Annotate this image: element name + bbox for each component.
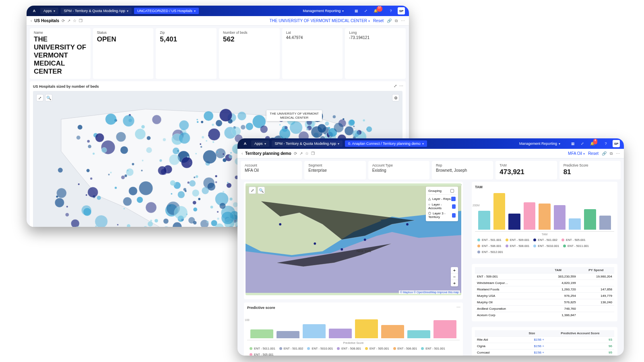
bar[interactable] [277,331,299,338]
link-icon[interactable]: 🔗 [387,19,392,23]
toggle[interactable] [452,204,456,209]
management-reporting-menu[interactable]: Management Reporting▾ [299,8,347,14]
zoom-out-button[interactable]: − [451,274,458,280]
table-row[interactable]: Riceland Foods1,260,720147,858 [475,286,614,293]
legend-row[interactable]: ○Layer - Accounts [427,202,456,211]
refresh-icon[interactable]: ⟳ [294,151,297,156]
legend-item[interactable]: ENT - 5011.001 [250,347,275,350]
bar[interactable] [493,193,506,230]
app-title-button[interactable]: SPM - Territory & Quota Modeling App▾ [272,140,343,147]
search-icon[interactable]: 🔍 [45,94,52,101]
star-icon[interactable]: ☆ [305,151,309,156]
bar[interactable] [524,202,536,230]
bar[interactable] [433,320,456,338]
legend-item[interactable]: ENT - 501.002 [533,238,557,242]
legend-item[interactable]: ENT - 508.001 [337,347,361,350]
bar[interactable] [508,214,520,230]
more-icon[interactable]: ⋯ [399,84,403,88]
fullscreen-icon[interactable]: ⤢ [36,94,43,101]
legend-row[interactable]: ⬠Layer 3 - Territory [427,211,456,220]
breadcrumb-button[interactable]: 0. Anaplan Connect / Territory planning … [345,140,427,147]
toggle[interactable] [452,213,456,218]
col-header[interactable] [475,267,539,274]
expand-icon[interactable]: ⤢ [394,84,397,88]
legend-item[interactable]: ENT - 5011.001 [563,244,589,248]
link-icon[interactable]: 🔗 [602,151,607,156]
management-reporting-menu[interactable]: Management Reporting▾ [516,140,564,147]
bar[interactable] [407,330,430,338]
table-row[interactable]: Cigna$15B +96 [475,343,614,350]
avatar[interactable]: SP [398,7,405,14]
locate-button[interactable]: ⌖ [451,280,458,286]
help-icon[interactable]: ? [603,141,609,146]
legend-item[interactable]: ENT - 506.001 [477,244,502,248]
more-icon[interactable]: ⋯ [616,151,620,156]
col-header[interactable] [475,330,518,337]
bar[interactable] [569,218,581,230]
avatar[interactable]: SP [613,140,620,147]
checkbox[interactable] [450,189,454,193]
selector-dropdown[interactable]: THE UNIVERSITY OF VERMONT MEDICAL CENTER… [269,19,369,23]
col-header[interactable]: TAM [539,267,578,274]
legend-item[interactable]: ENT - 501.001 [477,238,502,242]
bar[interactable] [539,204,551,230]
table-row[interactable]: ArcBest Corporation748,760 [475,306,614,312]
col-header[interactable]: Predictive Account Score [546,330,614,337]
legend-item[interactable]: ENT - 501.001 [421,347,445,350]
expand-icon[interactable]: ⤢ [580,141,585,146]
back-button[interactable]: ‹ [242,151,243,156]
legend-item[interactable]: ENT - 506.001 [393,347,417,350]
breadcrumb-button[interactable]: UNCATEGORIZED / US Hospitals▾ [134,8,199,14]
copy-icon[interactable]: ⧉ [610,151,613,156]
apps-menu[interactable]: Apps▾ [251,140,269,147]
table-row[interactable]: ENT - 509.001383,230,55919,980,204 [475,274,614,280]
reset-button[interactable]: Reset [588,151,599,156]
col-header[interactable]: PY Spend [578,267,614,274]
bar[interactable] [329,329,352,338]
more-icon[interactable]: ⋯ [456,305,460,309]
table-row[interactable]: Murphy USA976,254149,779 [475,293,614,299]
table-row[interactable]: Acxiom Corp1,386,847 [475,312,614,319]
reset-button[interactable]: Reset [373,19,384,23]
table-row[interactable]: Windstream Corpor…4,820,199 [475,280,614,286]
fullscreen-icon[interactable]: ⤢ [249,187,256,194]
bar[interactable] [303,324,326,338]
share-icon[interactable]: ↗ [299,151,303,156]
share-icon[interactable]: ↗ [67,19,70,23]
notifications-button[interactable]: 🔔4 [589,141,599,146]
legend-item[interactable]: ENT - 505.001 [365,347,389,350]
search-icon[interactable]: 🔍 [258,187,265,194]
logo-icon[interactable]: A [242,140,249,147]
legend-item[interactable]: ENT - 509.001 [506,238,530,242]
grid-icon[interactable]: ▦ [353,8,359,14]
grid-icon[interactable]: ▦ [570,141,576,146]
more-icon[interactable]: ⋯ [401,19,405,23]
legend-item[interactable]: ENT - 505.001 [250,353,274,356]
legend-item[interactable]: ENT - 501.002 [279,347,303,350]
table-row[interactable]: Rite Aid$15B +93 [475,337,614,343]
new-window-icon[interactable]: ❐ [79,19,83,23]
bar[interactable] [478,211,490,230]
col-header[interactable]: Size [518,330,546,337]
logo-icon[interactable]: A [31,7,38,14]
zoom-in-button[interactable]: + [451,267,458,274]
legend-item[interactable]: ENT - 5010.001 [307,347,333,350]
bar[interactable] [381,325,404,338]
back-button[interactable]: ‹ [31,19,32,23]
table-row[interactable]: Comcast$15B +95 [475,350,614,356]
bar[interactable] [584,209,596,230]
expand-icon[interactable]: ⤢ [363,8,369,14]
legend-item[interactable]: ENT - 5012.001 [477,250,503,254]
notifications-button[interactable]: 🔔57 [373,8,384,14]
legend-item[interactable]: ENT - 5010.001 [533,244,559,248]
gear-icon[interactable]: ⚙ [392,94,399,101]
selector-dropdown[interactable]: MFA Oil ▾ [568,151,585,156]
bar[interactable] [250,329,273,338]
map-attribution[interactable]: © Mapbox © OpenStreetMap Improve this ma… [399,290,460,294]
copy-icon[interactable]: ⧉ [395,19,398,23]
bar[interactable] [599,216,611,230]
app-title-button[interactable]: SPM - Territory & Quota Modeling App▾ [61,8,132,14]
legend-row[interactable]: △Layer - Reps [427,196,456,202]
toggle[interactable] [451,197,456,201]
legend-item[interactable]: ENT - 505.001 [561,238,586,242]
